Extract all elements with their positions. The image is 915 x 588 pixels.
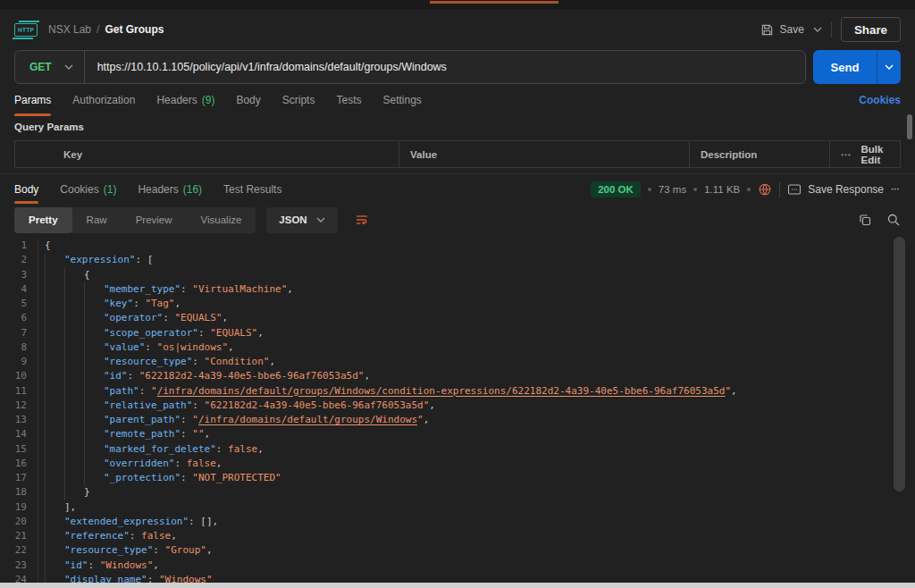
meta-dot: [693, 188, 697, 191]
code-line: 21"reference": false,: [0, 529, 915, 543]
format-dropdown[interactable]: JSON: [266, 207, 337, 233]
save-button[interactable]: Save: [760, 23, 804, 37]
save-response-button[interactable]: Save Response: [787, 183, 884, 196]
url-input[interactable]: https://10.10.1.105/policy/api/v1/infra/…: [85, 61, 459, 73]
response-tab-cookies[interactable]: Cookies(1): [60, 174, 116, 204]
view-tab-preview[interactable]: Preview: [122, 207, 187, 233]
tab-scripts[interactable]: Scripts: [282, 84, 315, 116]
indent-guide: [64, 457, 84, 471]
view-tab-visualize[interactable]: Visualize: [187, 207, 256, 233]
code-line: 19],: [0, 500, 915, 515]
json-token: ,: [424, 414, 430, 425]
meta-dot: [648, 188, 651, 191]
tab-params[interactable]: Params: [14, 84, 51, 116]
indent-guide: [84, 471, 104, 485]
response-tab-headers[interactable]: Headers(16): [138, 174, 202, 204]
page-scrollbar-thumb[interactable]: [907, 114, 912, 139]
line-number: 17: [0, 471, 38, 485]
tab-settings[interactable]: Settings: [382, 84, 421, 116]
json-token: ],: [64, 501, 76, 513]
query-params-title: Query Params: [0, 116, 915, 136]
line-content: "_protection": "NOT_PROTECTED": [38, 471, 281, 485]
indent-guide: [64, 413, 84, 427]
json-token: :: [180, 472, 192, 483]
breadcrumb-request-name[interactable]: Get Groups: [105, 23, 164, 36]
response-tab-test-results[interactable]: Test Results: [223, 174, 281, 204]
json-token: :: [174, 458, 186, 469]
tab-body[interactable]: Body: [236, 84, 260, 116]
indent-guide: [64, 471, 84, 485]
code-line: 15"marked_for_delete": false,: [0, 442, 915, 457]
json-token: ,: [429, 399, 435, 411]
url-bar: GET https://10.10.1.105/policy/api/v1/in…: [14, 50, 806, 84]
tab-authorization[interactable]: Authorization: [72, 84, 135, 116]
json-path-link[interactable]: /infra/domains/default/groups/Windows: [198, 414, 417, 425]
line-content: "resource_type": "Condition",: [38, 355, 275, 369]
code-line: 17"_protection": "NOT_PROTECTED": [0, 471, 915, 485]
json-token: "overridden": [104, 458, 174, 469]
tab-headers[interactable]: Headers(9): [156, 84, 214, 116]
code-line: 23"id": "Windows",: [0, 559, 915, 573]
line-number: 15: [0, 442, 38, 457]
indent-guide: [84, 413, 104, 427]
line-number: 19: [0, 500, 38, 515]
indent-guide: [64, 355, 84, 369]
line-number: 22: [0, 543, 38, 558]
send-options-chevron-icon[interactable]: [877, 50, 901, 84]
json-token: "VirtualMachine": [192, 283, 287, 295]
save-options-chevron-icon[interactable]: [813, 27, 822, 32]
share-button[interactable]: Share: [841, 17, 901, 42]
indent-guide: [45, 369, 64, 383]
code-line: 14"remote_path": "",: [0, 427, 915, 441]
json-token: "resource_type": [64, 544, 153, 556]
json-token: :: [180, 283, 192, 295]
active-tab-indicator: [430, 1, 558, 4]
line-number: 5: [0, 297, 38, 311]
response-size[interactable]: 1.11 KB: [704, 184, 740, 195]
indent-guide: [45, 355, 64, 369]
breadcrumb-collection[interactable]: NSX Lab: [48, 23, 91, 36]
response-tab-label: Body: [14, 183, 38, 196]
json-token: :: [128, 370, 139, 382]
tab-label: Body: [236, 94, 260, 106]
json-token: ": [192, 414, 198, 425]
wrap-text-button[interactable]: [348, 207, 375, 233]
line-number: 12: [0, 399, 38, 413]
response-body-json[interactable]: 1{2"expression": [3{4"member_type": "Vir…: [0, 236, 915, 586]
tab-tests[interactable]: Tests: [336, 84, 361, 116]
view-tab-raw[interactable]: Raw: [72, 207, 122, 233]
json-token: "extended_expression": [64, 516, 189, 527]
method-selector[interactable]: GET: [15, 61, 64, 73]
response-tab-count-badge: (16): [183, 183, 202, 196]
params-menu-icon[interactable]: ⋯: [841, 148, 852, 161]
method-chevron-icon[interactable]: [64, 64, 73, 70]
response-scrollbar-thumb[interactable]: [894, 237, 905, 491]
meta-dot: [747, 188, 751, 191]
http-request-icon: HTTP: [14, 23, 38, 37]
copy-response-icon[interactable]: [858, 213, 872, 227]
response-more-menu-icon[interactable]: ⋯: [891, 184, 901, 194]
indent-guide: [84, 311, 104, 325]
query-params-table: KeyValueDescription ⋯ Bulk Edit: [14, 140, 901, 168]
indent-guide: [64, 326, 84, 340]
code-line: 1{: [0, 239, 915, 253]
network-warning-globe-icon[interactable]: [758, 182, 772, 197]
tab-count-badge: (9): [202, 94, 215, 106]
status-badge[interactable]: 200 OK: [591, 181, 641, 197]
bulk-edit-button[interactable]: Bulk Edit: [861, 144, 890, 165]
response-tab-body[interactable]: Body: [14, 174, 38, 204]
cookies-link[interactable]: Cookies: [859, 84, 901, 116]
view-tab-pretty[interactable]: Pretty: [14, 207, 72, 233]
tab-label: Tests: [336, 94, 361, 106]
search-response-icon[interactable]: [886, 213, 901, 227]
send-button[interactable]: Send: [813, 50, 877, 84]
response-time[interactable]: 73 ms: [659, 184, 686, 195]
json-token: "path": [104, 385, 139, 397]
indent-guide: [45, 485, 64, 500]
json-token: "marked_for_delete": [104, 443, 216, 455]
horizontal-scrollbar-track[interactable]: [0, 583, 915, 588]
json-token: ,: [228, 341, 234, 353]
json-token: ,: [257, 443, 264, 455]
json-token: ,: [731, 385, 737, 397]
json-path-link[interactable]: /infra/domains/default/groups/Windows/co…: [157, 385, 726, 397]
